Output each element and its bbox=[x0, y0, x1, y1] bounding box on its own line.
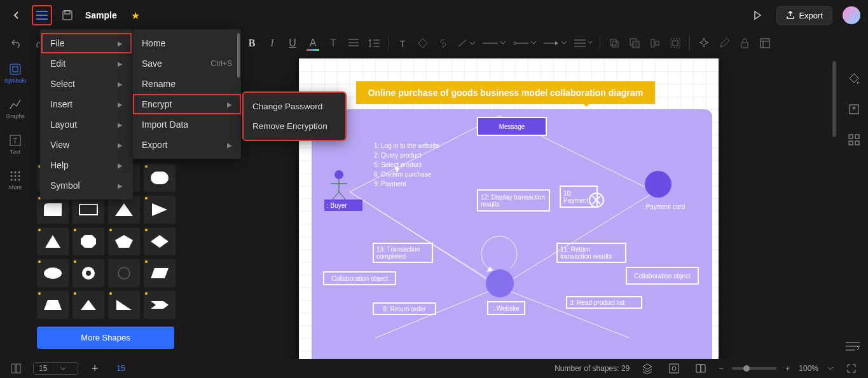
payment-card-label: : Payment card bbox=[642, 202, 685, 212]
hamburger-menu-button[interactable] bbox=[32, 5, 52, 25]
shape-triangle2[interactable] bbox=[37, 227, 69, 255]
arrow-start-button[interactable] bbox=[511, 34, 539, 52]
shape-tool-button[interactable] bbox=[414, 34, 432, 52]
ai-button[interactable] bbox=[695, 34, 713, 52]
menu-insert[interactable]: Insert▶ bbox=[41, 94, 132, 114]
connector-button[interactable] bbox=[455, 34, 478, 52]
italic-button[interactable]: I bbox=[263, 34, 281, 52]
file-home[interactable]: Home bbox=[133, 33, 241, 53]
shape-triangle-right[interactable] bbox=[144, 196, 176, 224]
export-button[interactable]: Export bbox=[776, 6, 832, 25]
file-save[interactable]: SaveCtrl+S bbox=[133, 53, 241, 74]
shape-tab[interactable] bbox=[37, 196, 69, 224]
menu-edit[interactable]: Edit▶ bbox=[41, 53, 132, 74]
shape-pentagon[interactable] bbox=[108, 227, 140, 255]
pages-icon[interactable] bbox=[8, 360, 25, 377]
copy-button[interactable] bbox=[605, 34, 623, 52]
arrow-end-button[interactable] bbox=[541, 34, 569, 52]
export-right-icon[interactable] bbox=[845, 100, 863, 118]
menu-file[interactable]: File▶ bbox=[41, 33, 132, 53]
left-rail: Symbols Graphs T Text More bbox=[0, 56, 31, 193]
encrypt-change-password[interactable]: Change Password bbox=[244, 97, 345, 116]
line-spacing-button[interactable] bbox=[365, 34, 383, 52]
chevron-right-icon: ▶ bbox=[118, 81, 123, 88]
menu-symbol[interactable]: Symbol▶ bbox=[41, 175, 132, 196]
layout-button[interactable] bbox=[756, 34, 774, 52]
shape-triangle-up[interactable] bbox=[108, 196, 140, 224]
line-weight-button[interactable] bbox=[572, 34, 595, 52]
file-submenu: Home SaveCtrl+S Rename Encrypt▶ Import D… bbox=[133, 29, 241, 159]
align-button[interactable] bbox=[345, 34, 362, 52]
file-rename[interactable]: Rename bbox=[133, 74, 241, 94]
text-tool-button[interactable]: T bbox=[394, 34, 411, 52]
text-size-button[interactable]: T bbox=[324, 34, 342, 52]
favorite-star-icon[interactable]: ★ bbox=[131, 10, 140, 22]
zoom-out-button[interactable]: − bbox=[719, 364, 723, 373]
menu-select[interactable]: Select▶ bbox=[41, 74, 132, 94]
shape-right-triangle[interactable] bbox=[108, 291, 140, 319]
shortcut-label: Ctrl+S bbox=[210, 59, 232, 68]
bold-button[interactable]: B bbox=[243, 34, 261, 52]
user-avatar[interactable] bbox=[843, 6, 860, 24]
svg-rect-6 bbox=[610, 39, 616, 45]
shape-donut[interactable] bbox=[72, 259, 104, 287]
align-objects-button[interactable] bbox=[646, 34, 664, 52]
menu-help[interactable]: Help▶ bbox=[41, 155, 132, 175]
shape-circle-outline[interactable] bbox=[108, 259, 140, 287]
shape-chevron[interactable] bbox=[144, 291, 176, 319]
undo-button[interactable] bbox=[8, 34, 25, 52]
edit-button[interactable] bbox=[715, 34, 733, 52]
rail-graphs-label: Graphs bbox=[6, 113, 25, 119]
file-import-data[interactable]: Import Data bbox=[133, 114, 241, 135]
chevron-down-icon[interactable] bbox=[827, 367, 834, 370]
rail-more[interactable]: More bbox=[0, 166, 31, 193]
focus-icon[interactable] bbox=[665, 360, 683, 377]
font-color-button[interactable]: A bbox=[304, 34, 322, 52]
menu-layout[interactable]: Layout▶ bbox=[41, 114, 132, 135]
svg-rect-19 bbox=[13, 67, 18, 72]
shape-ellipse[interactable] bbox=[37, 259, 69, 287]
fullscreen-icon[interactable] bbox=[843, 360, 860, 377]
apps-icon[interactable] bbox=[845, 131, 863, 149]
more-shapes-button[interactable]: More Shapes bbox=[37, 327, 174, 349]
rail-symbols[interactable]: Symbols bbox=[0, 60, 31, 86]
file-export[interactable]: Export▶ bbox=[133, 135, 241, 155]
shape-trapezoid[interactable] bbox=[37, 291, 69, 319]
shape-octagon[interactable] bbox=[72, 227, 104, 255]
lock-button[interactable] bbox=[736, 34, 754, 52]
rail-graphs[interactable]: Graphs bbox=[0, 95, 31, 122]
zoom-slider[interactable] bbox=[732, 367, 776, 370]
zoom-in-button[interactable]: + bbox=[785, 364, 790, 373]
menu-view[interactable]: View▶ bbox=[41, 135, 132, 155]
encrypt-remove[interactable]: Remove Encryption bbox=[244, 116, 345, 136]
add-page-button[interactable]: + bbox=[86, 360, 104, 377]
shape-rect-outline[interactable] bbox=[72, 196, 104, 224]
rail-text[interactable]: T Text bbox=[0, 131, 31, 158]
shape-parallelogram[interactable] bbox=[144, 259, 176, 287]
line-style-button[interactable] bbox=[480, 34, 508, 52]
steps-list: 1: Log in to the website 2: Query produc… bbox=[374, 141, 439, 189]
shape-triangle3[interactable] bbox=[72, 291, 104, 319]
submenu-scrollbar[interactable] bbox=[237, 33, 240, 78]
underline-button[interactable]: U bbox=[284, 34, 301, 52]
canvas-scrollbar[interactable] bbox=[832, 61, 837, 328]
fill-icon[interactable] bbox=[845, 70, 863, 88]
encrypt-submenu: Change Password Remove Encryption bbox=[244, 93, 345, 140]
shape-roundrect2[interactable] bbox=[144, 164, 176, 192]
group-button[interactable] bbox=[666, 34, 684, 52]
svg-rect-57 bbox=[855, 135, 859, 138]
file-encrypt[interactable]: Encrypt▶ bbox=[133, 94, 241, 114]
send-back-button[interactable] bbox=[626, 34, 644, 52]
svg-rect-18 bbox=[10, 64, 20, 74]
shape-diamond[interactable] bbox=[144, 227, 176, 255]
page-number-select[interactable]: 15 bbox=[33, 362, 78, 375]
website-circle bbox=[485, 268, 515, 299]
layers-icon[interactable] bbox=[638, 360, 656, 377]
panel-toggle-icon[interactable] bbox=[844, 337, 862, 355]
link-tool-button[interactable] bbox=[434, 34, 452, 52]
back-button[interactable] bbox=[8, 6, 25, 24]
book-icon[interactable] bbox=[692, 360, 710, 377]
save-icon[interactable] bbox=[59, 6, 76, 24]
payment-card-circle bbox=[644, 170, 673, 199]
play-button[interactable] bbox=[748, 6, 766, 24]
